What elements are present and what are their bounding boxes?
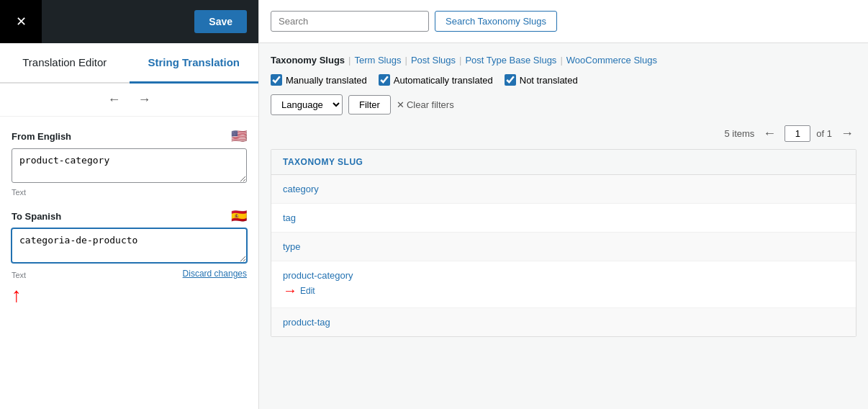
forward-button[interactable]: →	[138, 92, 151, 107]
page-number-input[interactable]	[785, 125, 810, 142]
checkbox-not-translated[interactable]: Not translated	[505, 74, 578, 86]
from-value-input[interactable]: product-category	[12, 148, 247, 183]
to-flag: 🇪🇸	[231, 208, 247, 224]
checkbox-manually-translated[interactable]: Manually translated	[271, 74, 367, 86]
tab-string-translation[interactable]: String Translation	[130, 43, 259, 84]
close-button[interactable]: ✕	[0, 0, 42, 43]
filter-post-type-base-slugs[interactable]: Post Type Base Slugs	[465, 55, 556, 66]
filter-links: Taxonomy Slugs | Term Slugs | Post Slugs…	[271, 55, 856, 66]
from-flag: 🇺🇸	[231, 128, 247, 144]
back-button[interactable]: ←	[108, 92, 121, 107]
editor-content: From English 🇺🇸 product-category Text To…	[0, 117, 258, 409]
prev-page-button[interactable]: ←	[760, 126, 779, 141]
to-value-input[interactable]: categoria-de-producto	[12, 228, 247, 263]
red-up-arrow-icon: ↑	[12, 285, 22, 305]
to-type-label: Text	[12, 271, 26, 279]
filter-taxonomy-slugs[interactable]: Taxonomy Slugs	[271, 55, 345, 66]
language-select[interactable]: Language	[271, 94, 343, 115]
total-pages-label: of 1	[816, 128, 832, 139]
right-panel: Search Taxonomy Slugs Taxonomy Slugs | T…	[259, 0, 868, 409]
from-language-label: From English 🇺🇸	[12, 128, 247, 144]
right-content: Taxonomy Slugs | Term Slugs | Post Slugs…	[259, 43, 868, 409]
edit-product-category[interactable]: → Edit	[283, 282, 844, 299]
save-button[interactable]: Save	[194, 10, 247, 33]
search-taxonomy-button[interactable]: Search Taxonomy Slugs	[435, 11, 557, 32]
left-panel: ✕ Save Translation Editor String Transla…	[0, 0, 259, 409]
table-row: tag	[271, 204, 856, 233]
filter-term-slugs[interactable]: Term Slugs	[354, 55, 401, 66]
taxonomy-table: TAXONOMY SLUG category tag type product-…	[271, 149, 856, 337]
checkbox-automatically-translated[interactable]: Automatically translated	[379, 74, 493, 86]
red-right-arrow-icon: →	[283, 282, 297, 299]
slug-product-tag[interactable]: product-tag	[283, 317, 844, 328]
next-page-button[interactable]: →	[838, 126, 856, 141]
editor-toolbar: ← →	[0, 84, 258, 117]
search-input[interactable]	[271, 11, 429, 32]
right-top-bar: Search Taxonomy Slugs	[259, 0, 868, 43]
slug-category[interactable]: category	[283, 184, 844, 194]
filter-woocommerce-slugs[interactable]: WooCommerce Slugs	[566, 55, 657, 66]
pagination-row: 5 items ← of 1 →	[271, 125, 856, 142]
table-row: type	[271, 233, 856, 261]
filter-button[interactable]: Filter	[348, 95, 391, 114]
table-row: category	[271, 175, 856, 204]
slug-tag[interactable]: tag	[283, 212, 844, 223]
table-row-product-category: product-category → Edit	[271, 261, 856, 308]
filter-post-slugs[interactable]: Post Slugs	[411, 55, 456, 66]
slug-product-category[interactable]: product-category	[283, 270, 844, 281]
table-row: product-tag	[271, 308, 856, 336]
table-header: TAXONOMY SLUG	[271, 150, 856, 175]
to-language-label: To Spanish 🇪🇸	[12, 208, 247, 224]
filter-row: Language Filter ✕ Clear filters	[271, 94, 856, 115]
tabs-row: Translation Editor String Translation	[0, 43, 258, 84]
checkbox-row: Manually translated Automatically transl…	[271, 74, 856, 86]
top-bar: ✕ Save	[0, 0, 258, 43]
slug-type[interactable]: type	[283, 241, 844, 252]
arrow-annotation: ↑	[12, 285, 247, 305]
tab-translation-editor[interactable]: Translation Editor	[0, 43, 130, 82]
discard-changes-link[interactable]: Discard changes	[183, 269, 247, 279]
items-count: 5 items	[724, 128, 754, 139]
from-type-label: Text	[12, 188, 247, 197]
clear-filters-button[interactable]: ✕ Clear filters	[397, 99, 454, 110]
